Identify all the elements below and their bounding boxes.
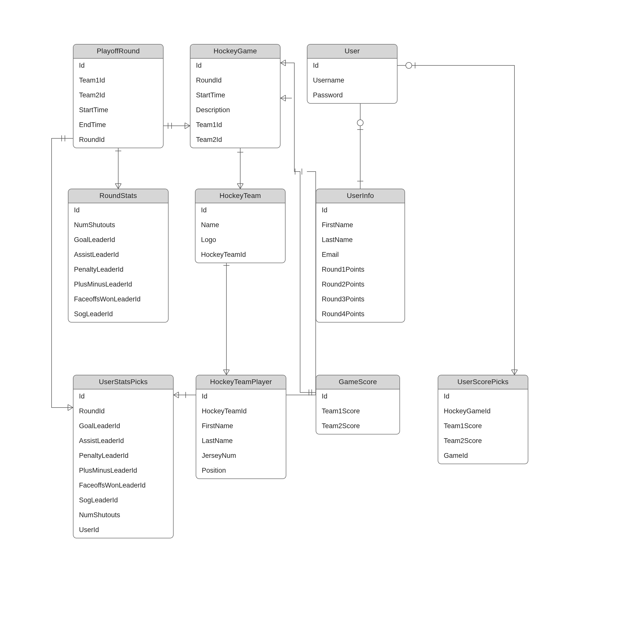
entity-title: UserScorePicks [438, 375, 528, 389]
entity-field: Id [438, 389, 528, 404]
entity-field: UserId [73, 523, 173, 538]
entity-body: IdNameLogoHockeyTeamId [195, 203, 285, 263]
entity-hockeyTeamPlayer: HockeyTeamPlayerIdHockeyTeamIdFirstNameL… [196, 375, 286, 479]
entity-field: LastName [316, 233, 405, 248]
entity-field: Id [316, 203, 405, 218]
entity-body: IdRoundIdStartTimeDescriptionTeam1IdTeam… [190, 59, 280, 148]
entity-field: Team1Score [438, 419, 528, 434]
entity-field: LastName [196, 434, 286, 449]
entity-field: PenaltyLeaderId [68, 263, 168, 277]
entity-field: PenaltyLeaderId [73, 449, 173, 464]
entity-field: Id [68, 203, 168, 218]
entity-hockeyTeam: HockeyTeamIdNameLogoHockeyTeamId [195, 189, 286, 263]
entity-field: Team2Id [190, 133, 280, 148]
entity-field: Name [195, 218, 285, 233]
entity-userInfo: UserInfoIdFirstNameLastNameEmailRound1Po… [316, 189, 405, 323]
entity-field: SogLeaderId [68, 307, 168, 322]
entity-userScorePicks: UserScorePicksIdHockeyGameIdTeam1ScoreTe… [438, 375, 528, 464]
entity-field: Logo [195, 233, 285, 248]
entity-body: IdTeam1ScoreTeam2Score [316, 389, 399, 434]
entity-body: IdTeam1IdTeam2IdStartTimeEndTimeRoundId [73, 59, 163, 148]
entity-field: HockeyGameId [438, 404, 528, 419]
entity-field: AssistLeaderId [73, 434, 173, 449]
entity-field: EndTime [73, 118, 163, 133]
entity-title: UserStatsPicks [73, 375, 173, 389]
entity-field: AssistLeaderId [68, 248, 168, 263]
entity-field: Round2Points [316, 277, 405, 292]
entity-field: NumShutouts [68, 218, 168, 233]
entity-field: StartTime [190, 88, 280, 103]
entity-userStatsPicks: UserStatsPicksIdRoundIdGoalLeaderIdAssis… [73, 375, 174, 538]
entity-field: Id [73, 389, 173, 404]
entity-field: Id [195, 203, 285, 218]
entity-title: PlayoffRound [73, 45, 163, 59]
entity-field: Team1Score [316, 404, 399, 419]
entity-field: JerseyNum [196, 449, 286, 464]
entity-field: Position [196, 464, 286, 478]
entity-field: Username [307, 73, 397, 88]
entity-hockeyGame: HockeyGameIdRoundIdStartTimeDescriptionT… [190, 44, 280, 148]
entity-field: HockeyTeamId [196, 404, 286, 419]
entity-field: NumShutouts [73, 508, 173, 523]
entity-field: FaceoffsWonLeaderId [68, 292, 168, 307]
entity-field: GoalLeaderId [73, 419, 173, 434]
entity-title: HockeyTeamPlayer [196, 375, 286, 389]
entity-title: HockeyGame [190, 45, 280, 59]
svg-point-4 [357, 120, 363, 126]
entity-field: Team2Score [438, 434, 528, 449]
entity-gameScore: GameScoreIdTeam1ScoreTeam2Score [316, 375, 400, 434]
entity-body: IdHockeyTeamIdFirstNameLastNameJerseyNum… [196, 389, 286, 478]
entity-title: GameScore [316, 375, 399, 389]
entity-field: Email [316, 248, 405, 263]
entity-field: Team2Id [73, 88, 163, 103]
entity-field: Team1Id [190, 118, 280, 133]
entity-body: IdFirstNameLastNameEmailRound1PointsRoun… [316, 203, 405, 322]
entity-playoffRound: PlayoffRoundIdTeam1IdTeam2IdStartTimeEnd… [73, 44, 164, 148]
svg-point-7 [406, 62, 412, 68]
entity-field: PlusMinusLeaderId [73, 464, 173, 478]
entity-field: Id [73, 59, 163, 73]
entity-field: Id [190, 59, 280, 73]
entity-field: SogLeaderId [73, 493, 173, 508]
entity-title: User [307, 45, 397, 59]
entity-field: Team2Score [316, 419, 399, 434]
entity-field: GameId [438, 449, 528, 464]
er-diagram-canvas: PlayoffRoundIdTeam1IdTeam2IdStartTimeEnd… [0, 0, 644, 644]
entity-title: RoundStats [68, 189, 168, 203]
entity-roundStats: RoundStatsIdNumShutoutsGoalLeaderIdAssis… [68, 189, 169, 323]
entity-body: IdRoundIdGoalLeaderIdAssistLeaderIdPenal… [73, 389, 173, 538]
entity-field: PlusMinusLeaderId [68, 277, 168, 292]
entity-field: FirstName [196, 419, 286, 434]
entity-field: FirstName [316, 218, 405, 233]
entity-field: HockeyTeamId [195, 248, 285, 263]
entity-field: Description [190, 103, 280, 118]
entity-body: IdNumShutoutsGoalLeaderIdAssistLeaderIdP… [68, 203, 168, 322]
entity-title: UserInfo [316, 189, 405, 203]
entity-field: StartTime [73, 103, 163, 118]
entity-body: IdUsernamePassword [307, 59, 397, 103]
entity-user: UserIdUsernamePassword [307, 44, 397, 104]
entity-field: FaceoffsWonLeaderId [73, 478, 173, 493]
entity-field: RoundId [190, 73, 280, 88]
entity-field: Id [196, 389, 286, 404]
entity-field: Id [316, 389, 399, 404]
entity-field: Round3Points [316, 292, 405, 307]
entity-title: HockeyTeam [195, 189, 285, 203]
entity-field: RoundId [73, 133, 163, 148]
entity-field: RoundId [73, 404, 173, 419]
entity-field: Round1Points [316, 263, 405, 277]
entity-field: Round4Points [316, 307, 405, 322]
entity-field: Password [307, 88, 397, 103]
entity-field: Id [307, 59, 397, 73]
entity-body: IdHockeyGameIdTeam1ScoreTeam2ScoreGameId [438, 389, 528, 464]
entity-field: Team1Id [73, 73, 163, 88]
entity-field: GoalLeaderId [68, 233, 168, 248]
